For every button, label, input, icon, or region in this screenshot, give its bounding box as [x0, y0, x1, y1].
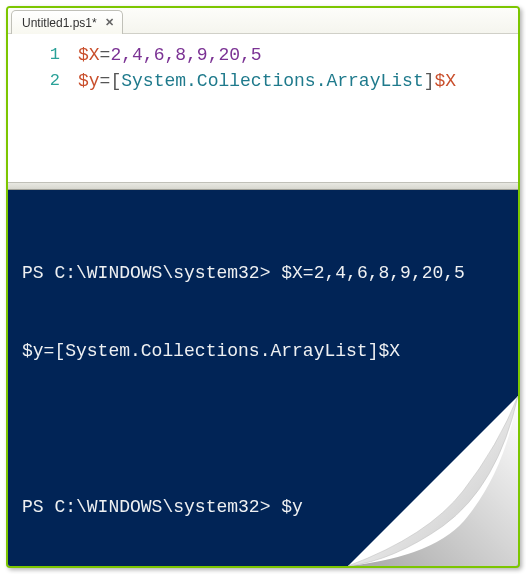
ise-window: Untitled1.ps1* ✕ 1 $X=2,4,6,8,9,20,5 2 $…: [6, 6, 520, 568]
close-icon[interactable]: ✕: [105, 16, 114, 29]
code-content: $y=[System.Collections.ArrayList]$X: [78, 68, 456, 94]
file-tab[interactable]: Untitled1.ps1* ✕: [11, 10, 123, 34]
code-line: 1 $X=2,4,6,8,9,20,5: [8, 42, 518, 68]
tab-bar: Untitled1.ps1* ✕: [8, 8, 518, 34]
script-editor[interactable]: 1 $X=2,4,6,8,9,20,5 2 $y=[System.Collect…: [8, 34, 518, 182]
line-number: 1: [8, 42, 78, 68]
console-line: PS C:\WINDOWS\system32> $y: [22, 494, 504, 520]
code-content: $X=2,4,6,8,9,20,5: [78, 42, 262, 68]
code-line: 2 $y=[System.Collections.ArrayList]$X: [8, 68, 518, 94]
console-line: $y=[System.Collections.ArrayList]$X: [22, 338, 504, 364]
console-pane[interactable]: PS C:\WINDOWS\system32> $X=2,4,6,8,9,20,…: [8, 190, 518, 566]
console-line: PS C:\WINDOWS\system32> $X=2,4,6,8,9,20,…: [22, 260, 504, 286]
console-line: [22, 416, 504, 442]
tab-title: Untitled1.ps1*: [22, 16, 97, 30]
pane-divider[interactable]: [8, 182, 518, 190]
line-number: 2: [8, 68, 78, 94]
